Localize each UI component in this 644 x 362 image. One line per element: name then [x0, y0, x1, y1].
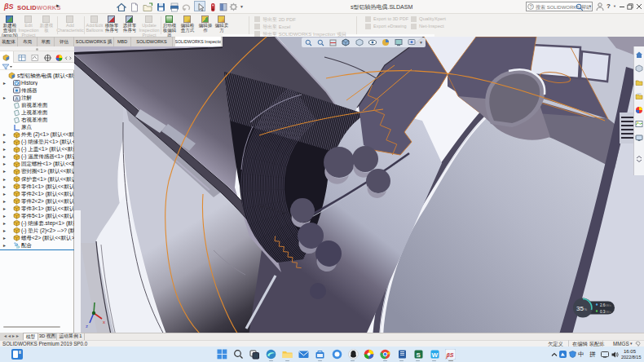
svg-text:35: 35: [576, 305, 584, 312]
svg-text:βS: βS: [446, 352, 454, 359]
svg-text:A: A: [15, 96, 19, 101]
svg-text:z: z: [86, 324, 88, 329]
svg-text:%: %: [584, 307, 588, 311]
svg-text:?: ?: [530, 4, 532, 9]
svg-text:W: W: [432, 351, 439, 359]
svg-text:x: x: [103, 320, 105, 324]
svg-text:2.6KB/s: 2.6KB/s: [600, 303, 611, 307]
svg-text:0.3KB/s: 0.3KB/s: [600, 310, 611, 314]
svg-text:S: S: [417, 351, 421, 359]
